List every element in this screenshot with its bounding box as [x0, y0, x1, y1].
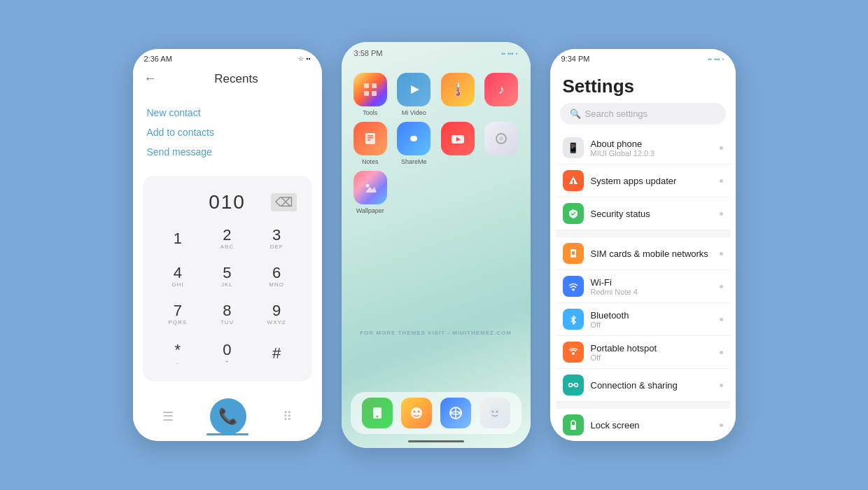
keypad: 1 2ABC 3DEF 4GHI 5JKL 6MNO 7PQRS 8TUV 9W…: [153, 222, 302, 372]
svg-point-31: [572, 352, 575, 355]
search-bar[interactable]: 🔍 Search settings: [560, 103, 726, 125]
phone1-status-bar: 2:36 AM ☆ ▪▪: [133, 49, 322, 66]
temp-icon: 🌡️: [441, 73, 475, 106]
notes-icon: [354, 122, 387, 155]
phone2-background: 3:58 PM ▪▪ ▪▪▪ ▪ Tools: [342, 42, 531, 448]
hotspot-value: Off: [591, 354, 715, 362]
p3-wifi-icon: ▪▪: [708, 56, 712, 62]
sim-dot: [720, 252, 723, 255]
phone2-status-bar: 3:58 PM ▪▪ ▪▪▪ ▪: [342, 42, 531, 62]
settings-item-lockscreen[interactable]: Lock screen: [556, 409, 730, 441]
security-text: Security status: [591, 209, 715, 219]
add-contacts-link[interactable]: Add to contacts: [147, 122, 308, 142]
about-dot: [720, 146, 723, 150]
settings-item-security[interactable]: Security status: [556, 197, 730, 230]
wifi-dot: [720, 285, 723, 288]
updater-icon: [563, 170, 584, 191]
phone2-time: 3:58 PM: [354, 49, 383, 57]
dock-face2-icon[interactable]: [479, 398, 510, 428]
app-mivideo[interactable]: Mi Video: [395, 73, 433, 116]
wallpaper-label: Wallpaper: [356, 207, 384, 214]
svg-rect-35: [570, 425, 576, 430]
dock-phone-icon[interactable]: [362, 398, 393, 428]
back-arrow-icon[interactable]: ←: [144, 71, 157, 86]
key-0[interactable]: 0+: [204, 335, 250, 372]
phone3-content: 9:34 PM ▪▪ ▪▪▪ ▪ Settings 🔍 Search setti…: [550, 49, 736, 441]
call-button[interactable]: 📞: [210, 398, 246, 435]
dialer-container: 010 ⌫ 1 2ABC 3DEF 4GHI 5JKL 6MNO 7PQRS 8…: [143, 176, 312, 382]
active-tab-indicator: [206, 433, 248, 435]
phone-3: 9:34 PM ▪▪ ▪▪▪ ▪ Settings 🔍 Search setti…: [550, 49, 736, 441]
updater-text: System apps updater: [591, 176, 715, 186]
lockscreen-dot: [720, 424, 723, 427]
settings-item-about[interactable]: 📱 About phone MIUI Global 12.0.3: [556, 132, 730, 164]
key-3[interactable]: 3DEF: [254, 222, 300, 255]
settings-item-connection[interactable]: Connection & sharing: [556, 369, 730, 402]
key-1[interactable]: 1: [155, 222, 201, 255]
settings-item-wifi[interactable]: Wi-Fi Redmi Note 4: [556, 270, 730, 303]
settings-item-hotspot[interactable]: Portable hotspot Off: [556, 336, 730, 369]
lockscreen-text: Lock screen: [591, 420, 715, 430]
phone-1: 2:36 AM ☆ ▪▪ ← Recents New contact Add t…: [133, 49, 322, 441]
svg-rect-0: [364, 83, 369, 88]
key-5[interactable]: 5JKL: [204, 260, 250, 293]
hotspot-text: Portable hotspot Off: [591, 343, 715, 362]
sim-text: SIM cards & mobile networks: [591, 248, 715, 259]
dock-face-icon[interactable]: [401, 398, 432, 428]
settings-item-bluetooth[interactable]: Bluetooth Off: [556, 303, 730, 336]
dock: [351, 392, 522, 434]
delete-button[interactable]: ⌫: [271, 193, 297, 211]
app-temp[interactable]: 🌡️: [439, 73, 477, 116]
connection-text: Connection & sharing: [591, 380, 715, 391]
svg-point-23: [491, 411, 493, 413]
phone1-content: ← Recents New contact Add to contacts Se…: [133, 66, 322, 437]
about-value: MIUI Global 12.0.3: [591, 149, 715, 158]
connection-dot: [720, 384, 723, 387]
security-name: Security status: [591, 209, 715, 219]
security-dot: [720, 212, 723, 216]
app-music[interactable]: ♪: [482, 73, 521, 116]
app-shareme[interactable]: ShareMe: [395, 122, 433, 165]
bluetooth-text: Bluetooth Off: [591, 310, 715, 329]
phone-2: 3:58 PM ▪▪ ▪▪▪ ▪ Tools: [342, 42, 531, 448]
key-star[interactable]: *-: [155, 335, 201, 372]
svg-point-22: [489, 407, 500, 419]
p3-signal-icon: ▪▪▪: [714, 56, 720, 62]
section-gap-2: [556, 402, 730, 409]
phone1-header: ← Recents: [133, 66, 322, 92]
home-indicator: [408, 440, 464, 442]
key-8[interactable]: 8TUV: [204, 298, 250, 331]
send-message-link[interactable]: Send message: [147, 142, 308, 162]
wifi-text: Wi-Fi Redmi Note 4: [591, 277, 715, 296]
key-7[interactable]: 7PQRS: [155, 298, 201, 331]
svg-point-30: [573, 290, 574, 291]
hotspot-name: Portable hotspot: [591, 343, 715, 354]
new-contact-link[interactable]: New contact: [147, 103, 308, 122]
settings-item-updater[interactable]: System apps updater: [556, 164, 730, 197]
about-name: About phone: [591, 139, 715, 149]
app-cam[interactable]: [482, 122, 521, 165]
dock-browser-icon[interactable]: [440, 398, 471, 428]
star-icon: ☆: [298, 55, 304, 62]
battery-icon: ▪▪: [306, 55, 310, 62]
wallpaper-icon: [354, 171, 387, 204]
svg-rect-26: [573, 180, 574, 183]
app-notes[interactable]: Notes: [351, 122, 390, 165]
mivideo-icon: [397, 73, 430, 106]
app-youtube[interactable]: [439, 122, 477, 165]
svg-point-32: [568, 384, 572, 387]
key-4[interactable]: 4GHI: [155, 260, 201, 293]
tools-icon: [354, 73, 387, 106]
app-wallpaper[interactable]: Wallpaper: [351, 171, 390, 214]
settings-item-sim[interactable]: SIM cards & mobile networks: [556, 237, 730, 270]
key-6[interactable]: 6MNO: [254, 260, 300, 293]
key-2[interactable]: 2ABC: [204, 222, 250, 255]
key-9[interactable]: 9WXYZ: [254, 298, 300, 331]
keypad-icon[interactable]: ⠿: [283, 409, 292, 424]
svg-point-9: [412, 136, 416, 141]
svg-marker-4: [411, 85, 419, 94]
shareme-icon: [397, 122, 430, 155]
app-tools[interactable]: Tools: [351, 73, 390, 116]
menu-icon[interactable]: ☰: [162, 409, 174, 424]
key-hash[interactable]: #: [254, 335, 300, 372]
